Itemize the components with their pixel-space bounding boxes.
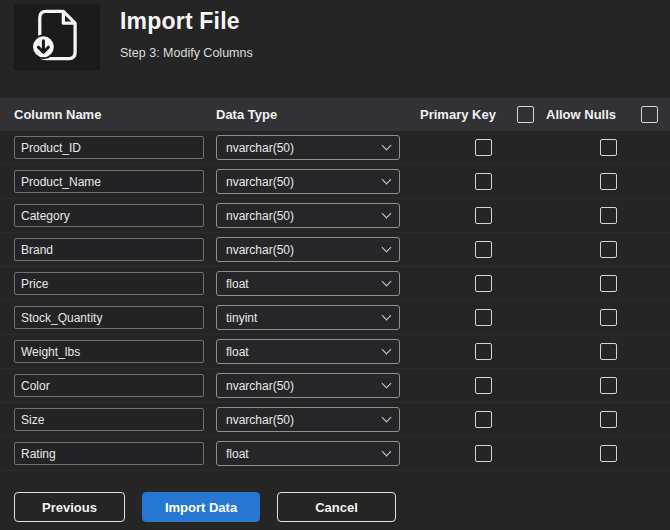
- data-type-value: nvarchar(50): [226, 243, 294, 257]
- column-rows: nvarchar(50)nvarchar(50)nvarchar(50)nvar…: [0, 131, 670, 471]
- data-type-select[interactable]: nvarchar(50): [216, 135, 400, 160]
- chevron-down-icon: [382, 209, 392, 219]
- previous-button[interactable]: Previous: [14, 492, 125, 522]
- chevron-down-icon: [382, 175, 392, 185]
- table-row: float: [0, 437, 670, 471]
- data-type-select[interactable]: nvarchar(50): [216, 203, 400, 228]
- column-header-primary-key: Primary Key: [420, 107, 496, 122]
- allow-nulls-checkbox[interactable]: [600, 445, 617, 462]
- page-title: Import File: [120, 8, 253, 35]
- data-type-select[interactable]: nvarchar(50): [216, 407, 400, 432]
- primary-key-checkbox[interactable]: [475, 139, 492, 156]
- chevron-down-icon: [382, 277, 392, 287]
- allow-nulls-checkbox[interactable]: [600, 275, 617, 292]
- column-name-input[interactable]: [14, 442, 204, 465]
- column-name-input[interactable]: [14, 340, 204, 363]
- data-type-value: nvarchar(50): [226, 175, 294, 189]
- data-type-value: tinyint: [226, 311, 257, 325]
- data-type-value: float: [226, 447, 249, 461]
- chevron-down-icon: [382, 345, 392, 355]
- chevron-down-icon: [382, 141, 392, 151]
- import-file-icon: [28, 6, 86, 68]
- data-type-value: nvarchar(50): [226, 379, 294, 393]
- allow-nulls-checkbox[interactable]: [600, 411, 617, 428]
- table-row: tinyint: [0, 301, 670, 335]
- column-name-input[interactable]: [14, 238, 204, 261]
- allow-nulls-checkbox[interactable]: [600, 139, 617, 156]
- data-type-value: nvarchar(50): [226, 141, 294, 155]
- chevron-down-icon: [382, 243, 392, 253]
- column-name-input[interactable]: [14, 374, 204, 397]
- allow-nulls-select-all-checkbox[interactable]: [641, 106, 658, 123]
- dialog-header: Import File Step 3: Modify Columns: [0, 0, 670, 98]
- table-row: float: [0, 335, 670, 369]
- dialog-footer: Previous Import Data Cancel: [14, 492, 670, 522]
- allow-nulls-checkbox[interactable]: [600, 343, 617, 360]
- column-header-datatype: Data Type: [216, 107, 420, 122]
- primary-key-checkbox[interactable]: [475, 275, 492, 292]
- column-name-input[interactable]: [14, 306, 204, 329]
- primary-key-checkbox[interactable]: [475, 343, 492, 360]
- data-type-select[interactable]: tinyint: [216, 305, 400, 330]
- data-type-select[interactable]: float: [216, 339, 400, 364]
- column-name-input[interactable]: [14, 170, 204, 193]
- primary-key-checkbox[interactable]: [475, 411, 492, 428]
- column-name-input[interactable]: [14, 272, 204, 295]
- allow-nulls-checkbox[interactable]: [600, 377, 617, 394]
- primary-key-checkbox[interactable]: [475, 241, 492, 258]
- table-row: float: [0, 267, 670, 301]
- data-type-value: float: [226, 277, 249, 291]
- allow-nulls-checkbox[interactable]: [600, 173, 617, 190]
- cancel-button[interactable]: Cancel: [277, 492, 396, 522]
- column-name-input[interactable]: [14, 204, 204, 227]
- data-type-select[interactable]: float: [216, 441, 400, 466]
- data-type-value: nvarchar(50): [226, 209, 294, 223]
- data-type-select[interactable]: nvarchar(50): [216, 237, 400, 262]
- table-row: nvarchar(50): [0, 369, 670, 403]
- data-type-select[interactable]: nvarchar(50): [216, 169, 400, 194]
- chevron-down-icon: [382, 447, 392, 457]
- allow-nulls-checkbox[interactable]: [600, 241, 617, 258]
- table-row: nvarchar(50): [0, 131, 670, 165]
- table-row: nvarchar(50): [0, 165, 670, 199]
- data-type-select[interactable]: float: [216, 271, 400, 296]
- primary-key-checkbox[interactable]: [475, 207, 492, 224]
- chevron-down-icon: [382, 379, 392, 389]
- import-file-icon-panel: [14, 4, 100, 70]
- step-subtitle: Step 3: Modify Columns: [120, 46, 253, 60]
- table-row: nvarchar(50): [0, 199, 670, 233]
- primary-key-checkbox[interactable]: [475, 445, 492, 462]
- chevron-down-icon: [382, 413, 392, 423]
- table-row: nvarchar(50): [0, 233, 670, 267]
- primary-key-checkbox[interactable]: [475, 309, 492, 326]
- chevron-down-icon: [382, 311, 392, 321]
- column-header-name: Column Name: [14, 107, 216, 122]
- primary-key-select-all-checkbox[interactable]: [517, 106, 534, 123]
- data-type-value: nvarchar(50): [226, 413, 294, 427]
- table-row: nvarchar(50): [0, 403, 670, 437]
- allow-nulls-checkbox[interactable]: [600, 309, 617, 326]
- table-header: Column Name Data Type Primary Key Allow …: [0, 98, 670, 131]
- column-name-input[interactable]: [14, 408, 204, 431]
- import-data-button[interactable]: Import Data: [142, 492, 260, 522]
- column-header-allow-nulls: Allow Nulls: [546, 107, 616, 122]
- primary-key-checkbox[interactable]: [475, 377, 492, 394]
- column-name-input[interactable]: [14, 136, 204, 159]
- allow-nulls-checkbox[interactable]: [600, 207, 617, 224]
- data-type-value: float: [226, 345, 249, 359]
- primary-key-checkbox[interactable]: [475, 173, 492, 190]
- data-type-select[interactable]: nvarchar(50): [216, 373, 400, 398]
